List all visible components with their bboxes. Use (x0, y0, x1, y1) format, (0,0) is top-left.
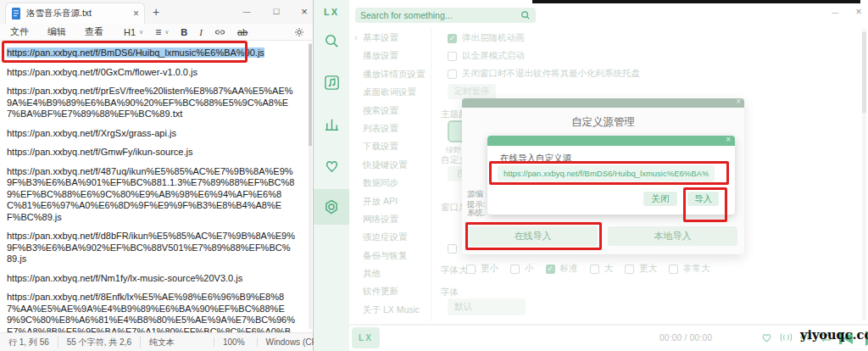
notepad-tab[interactable]: 洛雪音乐音源.txt × (5, 3, 145, 24)
notepad-settings-gear-icon[interactable] (294, 27, 304, 37)
font-size-option[interactable]: 小 (510, 263, 534, 275)
lx-close-button[interactable] (851, 6, 866, 18)
settings-menu-item[interactable]: 其他 (353, 265, 430, 282)
editor-scrollbar-thumb[interactable] (309, 44, 312, 146)
songlist-icon (324, 75, 340, 91)
status-zoom[interactable]: 100% (214, 337, 253, 347)
editor-text-area[interactable]: https://pan.xxbyq.net/f/BmDS6/Huibq_lxmu… (0, 41, 307, 332)
sidebar-item-search[interactable] (314, 23, 349, 58)
font-size-option[interactable]: 大 (590, 263, 614, 275)
editor-line: https://pan.xxbyq.net/f/d8bFR/ikun%E5%85… (7, 231, 295, 265)
lx-scrollbar-thumb[interactable] (862, 32, 866, 113)
lx-scrollbar[interactable] (862, 29, 866, 320)
font-size-option[interactable]: 更小 (466, 263, 498, 275)
setting-row[interactable]: 弹出层随机动画 (448, 32, 525, 44)
checkbox-icon (590, 265, 599, 274)
annotation-red-box-editor-url (2, 41, 248, 63)
annotation-red-box-import-button (683, 187, 727, 222)
menu-view[interactable]: 查看 (85, 25, 103, 38)
dialog-title: 自定义源管理 (462, 115, 744, 130)
player-heart-icon[interactable] (760, 332, 773, 343)
gear-icon (323, 198, 340, 215)
font-select[interactable]: 默认 (448, 298, 526, 315)
sidebar-item-favorites[interactable] (314, 148, 349, 183)
local-import-button[interactable]: 本地导入 (608, 226, 737, 246)
maximize-button[interactable] (267, 5, 286, 17)
checkbox-icon[interactable] (448, 244, 457, 254)
font-size-option[interactable]: 更大 (625, 263, 657, 275)
settings-menu-item[interactable]: 列表设置 (353, 120, 430, 137)
minimize-button[interactable] (237, 5, 256, 17)
timer-pause-button[interactable]: 定时暂停 (448, 84, 496, 99)
annotation-red-box-online-import (465, 222, 602, 250)
settings-menu-item[interactable]: 数据同步 (353, 174, 430, 192)
sidebar-item-settings[interactable] (314, 189, 349, 225)
settings-menu-item[interactable]: 基本设置 (353, 29, 430, 47)
setting-label: 以全屏模式启动 (462, 50, 525, 62)
lx-music-window: LX (314, 0, 868, 351)
italic-button[interactable]: I (199, 27, 203, 37)
lx-minimize-button[interactable] (827, 6, 843, 16)
search-icon (324, 33, 340, 49)
strikethrough-button[interactable]: ab (237, 27, 248, 37)
tab-close-icon[interactable]: × (133, 8, 139, 20)
settings-menu-item[interactable]: 强迫症设置 (353, 228, 430, 246)
bold-button[interactable]: B (181, 27, 187, 37)
menu-file[interactable]: 文件 (10, 25, 29, 38)
settings-menu-item[interactable]: 下载设置 (353, 137, 430, 155)
menu-edit[interactable]: 编辑 (47, 25, 66, 38)
checkbox-icon[interactable] (448, 70, 457, 79)
settings-menu-item[interactable]: 快捷键设置 (353, 156, 430, 174)
tab-title: 洛雪音乐音源.txt (26, 8, 128, 20)
search-input[interactable] (355, 10, 520, 20)
setting-row[interactable]: 关闭窗口时不退出软件将其最小化到系统托盘 (448, 68, 640, 80)
close-dialog-button[interactable]: 关闭 (643, 192, 677, 206)
font-size-option-selected[interactable]: 标准 (546, 263, 578, 275)
player-bar: LX 00:00 / 00:00 (349, 324, 868, 351)
notepad-window: 洛雪音乐音源.txt × 文件 编辑 查看 H1 B I ab https://… (0, 0, 314, 351)
settings-menu-item[interactable]: 备份与恢复 (353, 247, 430, 265)
sidebar-item-leaderboard[interactable] (314, 106, 349, 142)
dialog-close-icon[interactable] (736, 97, 741, 106)
lx-sidebar-rail: LX (314, 0, 349, 351)
notepad-titlebar: 洛雪音乐音源.txt × (0, 0, 313, 24)
dialog-close-icon[interactable] (726, 135, 731, 144)
watermark: yiyouqc.com (800, 327, 868, 342)
settings-menu-item[interactable]: 播放设置 (353, 47, 430, 64)
chart-icon (324, 116, 340, 132)
heading-dropdown[interactable]: H1 (124, 27, 143, 37)
player-sound-effect-icon[interactable] (779, 332, 793, 343)
status-cursor-position: 行 1, 列 56 (0, 337, 58, 348)
checkbox-checked-icon[interactable] (448, 34, 457, 43)
settings-menu-item[interactable]: 关于 LX Music (353, 301, 430, 319)
settings-menu-item[interactable]: 开放 API (353, 192, 430, 210)
dialog-text-fragment: 系统. (467, 208, 486, 219)
editor-scrollbar[interactable] (309, 42, 312, 329)
settings-menu-item[interactable]: 网络设置 (353, 210, 430, 228)
settings-menu: 基本设置 播放设置 播放详情页设置 桌面歌词设置 搜索设置 列表设置 下载设置 … (353, 29, 430, 319)
search-icon[interactable] (520, 10, 531, 20)
sidebar-item-songlist[interactable] (314, 64, 349, 100)
dialog-header (462, 98, 744, 108)
editor-line: https://pan.xxbyq.net/f/GmwFy/ikun-sourc… (7, 147, 295, 159)
link-icon[interactable] (214, 28, 225, 36)
player-lx-logo[interactable]: LX (352, 327, 380, 348)
settings-menu-item[interactable]: 播放详情页设置 (353, 65, 430, 83)
new-tab-button[interactable] (153, 5, 159, 19)
list-dropdown[interactable] (155, 26, 169, 38)
annotation-red-box-url-input (489, 161, 729, 185)
setting-row[interactable]: 以全屏模式启动 (448, 50, 525, 62)
editor-line: https://pan.xxbyq.net/f/Nm1fy/lx-music-s… (7, 273, 295, 285)
status-doctype: 纯文本 (141, 337, 190, 348)
settings-menu-item[interactable]: 桌面歌词设置 (353, 83, 430, 101)
checkbox-icon (510, 265, 520, 274)
settings-menu-item[interactable]: 搜索设置 (353, 102, 430, 120)
lx-search-bar[interactable] (355, 8, 536, 23)
checkbox-icon[interactable] (448, 52, 457, 61)
font-size-option[interactable]: 非常大 (669, 263, 710, 275)
checkbox-icon (669, 265, 678, 274)
desktop-background-strip (532, 0, 860, 3)
close-button[interactable] (295, 5, 314, 18)
settings-menu-item[interactable]: 软件更新 (353, 282, 430, 300)
editor-line: https://pan.xxbyq.net/f/prEsV/free%20lis… (7, 86, 295, 120)
